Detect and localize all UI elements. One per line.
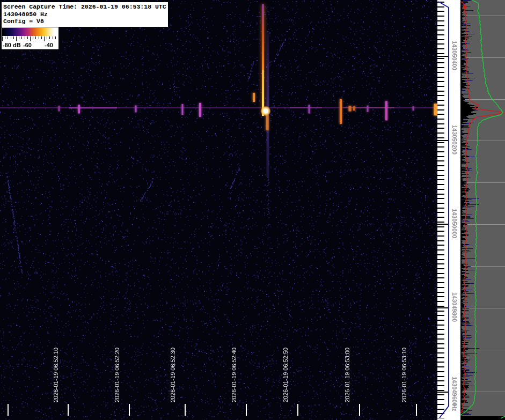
frequency-axis-label: 143050400	[451, 41, 458, 70]
frequency-major-tick	[437, 392, 449, 393]
time-axis-label: 2026-01-19 06:52:10	[53, 348, 60, 402]
db-color-scale: -80 dB -60 -40	[1, 27, 59, 50]
frequency-major-tick	[437, 307, 449, 308]
time-axis-label: 2026-01-19 06:52:40	[231, 348, 238, 402]
time-axis-label: 2026-01-19 06:52:20	[114, 348, 121, 402]
waterfall-spectrogram	[0, 0, 437, 420]
db-label-min: -80 dB	[3, 42, 21, 48]
frequency-axis-label: 143050000	[451, 209, 458, 238]
time-axis-tick	[8, 404, 9, 416]
time-axis-tick	[129, 404, 130, 416]
color-scale-labels: -80 dB -60 -40	[2, 42, 58, 49]
color-scale-ticks	[2, 36, 58, 42]
capture-info-box: Screen Capture Time: 2026-01-19 06:53:18…	[1, 2, 169, 27]
time-axis-label: 2026-01-19 06:52:50	[282, 348, 289, 402]
db-label-mid: -60	[23, 42, 32, 48]
time-axis-tick	[359, 404, 360, 416]
time-axis-tick	[185, 404, 186, 416]
frequency-axis-label: 143050200	[451, 125, 458, 154]
time-axis-tick	[68, 404, 69, 416]
time-axis-tick	[416, 404, 417, 416]
frequency-unit-label: Hz	[451, 404, 458, 411]
time-axis-label: 2026-01-19 06:53:00	[344, 348, 351, 402]
frequency-major-tick	[437, 224, 449, 225]
capture-time-text: Screen Capture Time: 2026-01-19 06:53:18…	[3, 3, 166, 11]
spectrum-panel	[460, 0, 505, 420]
frequency-major-tick	[437, 56, 449, 57]
frequency-minor-ticks	[437, 2, 444, 418]
capture-frequency-text: 143048050 Hz	[3, 11, 166, 18]
time-axis-label: 2026-01-19 06:53:10	[401, 348, 408, 402]
time-axis-tick	[246, 404, 247, 416]
capture-config-text: Config = V8	[3, 18, 166, 25]
time-axis-tick	[297, 404, 298, 416]
time-axis-label: 2026-01-19 06:52:30	[170, 348, 177, 402]
frequency-axis-label: 143049800	[451, 292, 458, 322]
spectrum-lab-capture: 1430504001430502001430500001430498001430…	[0, 0, 505, 420]
db-label-max: -40	[45, 42, 53, 48]
frequency-axis-label: 143049600	[451, 377, 458, 406]
frequency-major-tick	[437, 140, 449, 141]
color-gradient-bar	[2, 28, 58, 36]
